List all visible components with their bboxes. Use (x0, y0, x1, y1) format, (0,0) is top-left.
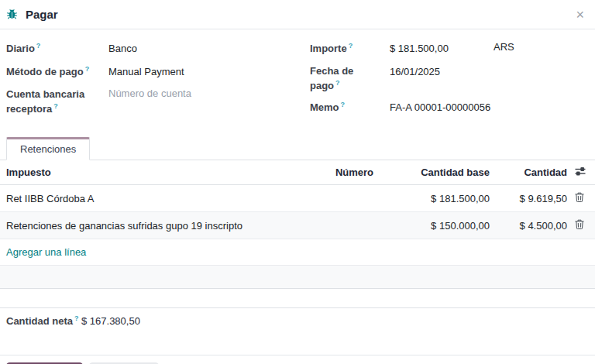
field-journal: Diario? Banco (6, 41, 304, 57)
tax-cell[interactable]: Retenciones de ganancias sufridas gupo 1… (0, 212, 279, 239)
bug-icon (6, 9, 18, 20)
amount-label: Importe? (310, 41, 390, 56)
column-header-number[interactable]: Número (279, 160, 380, 185)
number-cell[interactable] (279, 212, 380, 239)
dialog-header: Pagar × (0, 0, 595, 29)
amount-cell[interactable]: $ 9.619,50 (496, 185, 573, 212)
journal-value[interactable]: Banco (108, 41, 137, 57)
page-title: Pagar (26, 8, 58, 21)
table-header-row: Impuesto Número Cantidad base Cantidad (0, 160, 595, 185)
table-row[interactable]: Retenciones de ganancias sufridas gupo 1… (0, 212, 595, 239)
field-memo: Memo? FA-A 00001-00000056 (310, 100, 595, 115)
field-recipient-bank-account: Cuenta bancaria receptora? (6, 88, 304, 115)
recipient-bank-account-label: Cuenta bancaria receptora? (6, 88, 108, 115)
net-amount-value: $ 167.380,50 (81, 315, 140, 327)
form-column-left: Diario? Banco Método de pago? Manual Pay… (6, 41, 304, 123)
tab-retenciones[interactable]: Retenciones (6, 137, 90, 160)
payment-method-value[interactable]: Manual Payment (108, 64, 184, 80)
close-icon[interactable]: × (573, 6, 587, 23)
amount-cell[interactable]: $ 4.500,00 (496, 212, 573, 239)
add-line-row: Agregar una línea (0, 239, 595, 266)
delete-row-icon[interactable] (575, 192, 584, 202)
help-icon[interactable]: ? (349, 42, 353, 50)
number-cell[interactable] (279, 185, 380, 212)
base-amount-cell[interactable]: $ 181.500,00 (380, 185, 496, 212)
column-header-tax[interactable]: Impuesto (0, 160, 279, 185)
withholdings-table: Impuesto Número Cantidad base Cantidad (0, 160, 595, 289)
column-header-amount[interactable]: Cantidad (496, 160, 573, 185)
optional-columns-icon[interactable] (575, 167, 586, 176)
memo-label: Memo? (310, 100, 390, 115)
help-icon[interactable]: ? (335, 79, 340, 87)
table-row[interactable]: Ret IIBB Córdoba A $ 181.500,00 $ 9.619,… (0, 185, 595, 212)
empty-row (0, 266, 595, 289)
help-icon[interactable]: ? (341, 101, 346, 108)
column-header-base[interactable]: Cantidad base (380, 160, 496, 185)
field-payment-date: Fecha de pago? 16/01/2025 (310, 64, 595, 92)
tax-cell[interactable]: Ret IIBB Córdoba A (0, 185, 279, 212)
currency-value[interactable]: ARS (494, 41, 514, 57)
form-column-right: Importe? $ 181.500,00 ARS Fecha de pago?… (304, 41, 595, 123)
help-icon[interactable]: ? (85, 65, 90, 73)
recipient-bank-account-input[interactable] (108, 88, 279, 99)
payment-date-label: Fecha de pago? (310, 64, 390, 92)
net-amount-row: Cantidad neta? $ 167.380,50 (0, 308, 595, 333)
field-amount: Importe? $ 181.500,00 ARS (310, 41, 595, 57)
journal-label: Diario? (6, 41, 108, 56)
net-amount-label: Cantidad neta? (6, 314, 81, 327)
add-line-link[interactable]: Agregar una línea (6, 246, 86, 258)
payment-date-value[interactable]: 16/01/2025 (390, 64, 440, 80)
payment-method-label: Método de pago? (6, 64, 108, 79)
memo-value[interactable]: FA-A 00001-00000056 (390, 100, 490, 115)
amount-value[interactable]: $ 181.500,00 (390, 41, 490, 57)
help-icon[interactable]: ? (74, 314, 79, 322)
base-amount-cell[interactable]: $ 150.000,00 (380, 212, 496, 239)
help-icon[interactable]: ? (36, 42, 41, 50)
delete-row-icon[interactable] (575, 219, 584, 229)
field-payment-method: Método de pago? Manual Payment (6, 64, 304, 80)
payment-form: Diario? Banco Método de pago? Manual Pay… (0, 29, 595, 123)
notebook-tabbar: Retenciones (0, 136, 595, 160)
help-icon[interactable]: ? (53, 102, 58, 110)
dialog-footer: Crear pago Descartar (0, 355, 595, 364)
